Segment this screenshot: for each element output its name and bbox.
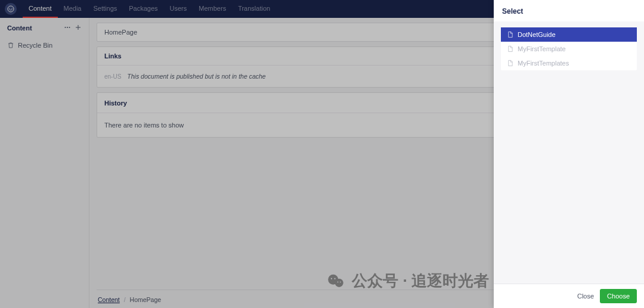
close-button[interactable]: Close xyxy=(577,293,594,300)
sidebar-title: Content xyxy=(7,24,32,32)
nav-settings[interactable]: Settings xyxy=(88,0,123,18)
file-icon xyxy=(507,31,513,38)
top-nav-list: Content Media Settings Packages Users Me… xyxy=(23,0,276,18)
history-header: History xyxy=(104,99,127,107)
umbraco-logo-icon xyxy=(7,5,14,13)
svg-point-2 xyxy=(67,27,68,28)
language-tag: en-US xyxy=(104,73,121,80)
list-item-myfirsttemplate[interactable]: MyFirstTemplate xyxy=(501,42,637,56)
list-item-myfirsttemplates[interactable]: MyFirstTemplates xyxy=(501,56,637,70)
file-icon xyxy=(507,60,513,67)
tree-item-label: Recycle Bin xyxy=(18,42,52,49)
nav-users[interactable]: Users xyxy=(164,0,193,18)
list-item-label: DotNetGuide xyxy=(518,31,556,38)
nav-translation[interactable]: Translation xyxy=(232,0,276,18)
panel-title: Select xyxy=(494,0,644,21)
list-item-dotnetguide[interactable]: DotNetGuide xyxy=(501,27,637,42)
breadcrumb-separator: / xyxy=(124,296,126,303)
select-panel: Select DotNetGuide MyFirstTemplate MyFir… xyxy=(494,0,644,308)
breadcrumb-homepage: HomePage xyxy=(130,296,162,303)
file-icon xyxy=(507,45,513,52)
svg-point-3 xyxy=(69,27,70,28)
breadcrumb-content[interactable]: Content xyxy=(98,296,120,303)
trash-icon xyxy=(7,42,14,49)
nav-members[interactable]: Members xyxy=(193,0,232,18)
tree-item-recycle-bin[interactable]: Recycle Bin xyxy=(0,39,89,51)
choose-button[interactable]: Choose xyxy=(600,289,637,303)
links-header: Links xyxy=(104,52,122,60)
svg-point-1 xyxy=(65,27,66,28)
nav-content[interactable]: Content xyxy=(23,0,58,18)
left-sidebar: Content Recycle Bin xyxy=(0,18,89,308)
links-message: This document is published but is not in… xyxy=(127,73,265,80)
more-icon[interactable] xyxy=(64,24,71,32)
nav-media[interactable]: Media xyxy=(58,0,88,18)
umbraco-logo[interactable] xyxy=(5,3,17,15)
svg-point-0 xyxy=(8,6,14,12)
template-list: DotNetGuide MyFirstTemplate MyFirstTempl… xyxy=(501,27,637,70)
nav-packages[interactable]: Packages xyxy=(123,0,163,18)
list-item-label: MyFirstTemplates xyxy=(518,60,569,67)
plus-icon[interactable] xyxy=(75,24,82,32)
list-item-label: MyFirstTemplate xyxy=(518,45,566,52)
